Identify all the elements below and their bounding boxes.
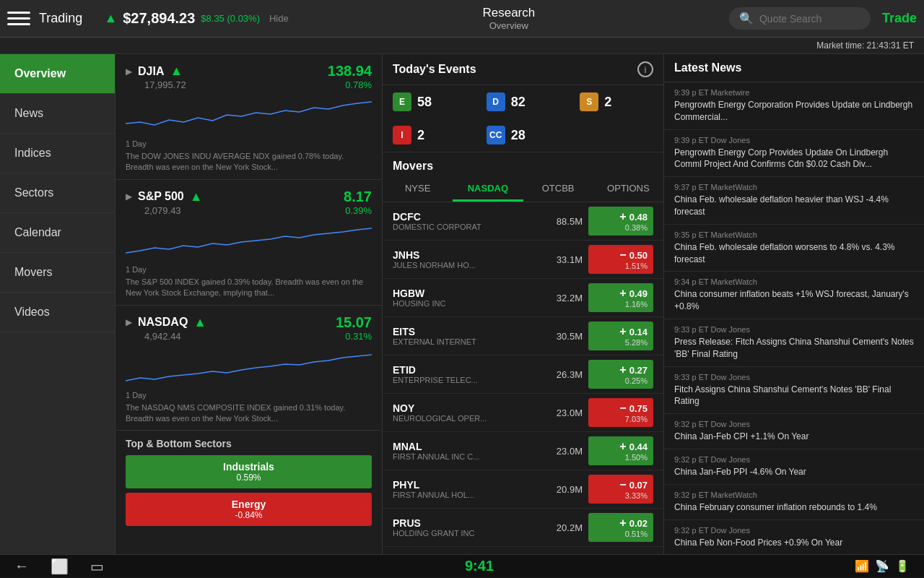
event-cell-d[interactable]: D 82 <box>476 85 570 118</box>
news-item-1[interactable]: 9:39 p ET Marketwire Pengrowth Energy Co… <box>664 82 924 130</box>
event-cell-e[interactable]: E 58 <box>383 85 476 118</box>
event-cell-empty <box>570 118 663 152</box>
search-input[interactable] <box>759 13 860 25</box>
back-button[interactable]: ← <box>14 558 29 575</box>
news-item-3[interactable]: 9:37 p ET MarketWatch China Feb. wholesa… <box>664 177 924 225</box>
news-meta-1: 9:39 p ET Marketwire <box>674 88 914 97</box>
mover-ticker-prus: PRUS <box>393 517 443 529</box>
mover-change-noy: −0.75 7.03% <box>588 398 653 427</box>
news-meta-11: 9:32 p ET Dow Jones <box>674 526 914 535</box>
sectors-section: Top & Bottom Sectors Industrials 0.59% E… <box>116 431 382 538</box>
sector-bar-industrials[interactable]: Industrials 0.59% <box>126 455 372 488</box>
index-desc-djia: The DOW JONES INDU AVERAGE NDX gained 0.… <box>126 151 372 173</box>
news-text-10: China February consumer inflation reboun… <box>674 501 914 514</box>
mover-info-phyl: PHYL FIRST ANNUAL HOL... <box>393 479 539 499</box>
mover-row-etid[interactable]: ETID ENTERPRISE TELEC... 26.3M +0.27 0.2… <box>383 355 663 394</box>
trade-button[interactable]: Trade <box>882 11 917 26</box>
tab-nyse[interactable]: NYSE <box>383 177 453 202</box>
index-change-val-nasdaq: 15.07 <box>336 314 372 331</box>
mover-row-prus[interactable]: PRUS HOLDING GRANT INC 20.2M +0.02 0.51% <box>383 509 663 547</box>
news-text-6: Press Release: Fitch Assigns China Shans… <box>674 336 914 361</box>
sidebar-item-news[interactable]: News <box>0 94 115 134</box>
event-cell-s[interactable]: S 2 <box>570 85 663 118</box>
news-meta-6: 9:33 p ET Dow Jones <box>674 325 914 334</box>
chart-label-nasdaq: 1 Day <box>126 391 372 400</box>
sector-bar-energy[interactable]: Energy -0.84% <box>126 493 372 526</box>
news-meta-4: 9:35 p ET MarketWatch <box>674 230 914 239</box>
index-header-sp500: ▶ S&P 500 ▲ 8.17 <box>126 189 372 205</box>
mover-vol-dcfc: 88.5M <box>539 216 583 227</box>
event-count-d: 82 <box>511 95 526 110</box>
sidebar-item-overview[interactable]: Overview <box>0 54 115 94</box>
sector-pct-energy: -0.84% <box>133 510 365 520</box>
mover-row-dcfc[interactable]: DCFC DOMESTIC CORPORAT 88.5M +0.48 0.38% <box>383 202 663 241</box>
news-text-1: Pengrowth Energy Corporation Provides Up… <box>674 99 914 124</box>
mover-change-etid: +0.27 0.25% <box>588 360 653 389</box>
index-trend-icon-nasdaq: ▲ <box>193 315 206 330</box>
sidebar-item-indices[interactable]: Indices <box>0 134 115 173</box>
mover-row-noy[interactable]: NOY NEUROLOGICAL OPER... 23.0M −0.75 7.0… <box>383 394 663 432</box>
hide-button[interactable]: Hide <box>269 13 289 24</box>
news-item-8[interactable]: 9:32 p ET Dow Jones China Jan-Feb CPI +1… <box>664 414 924 449</box>
news-item-7[interactable]: 9:33 p ET Dow Jones Fitch Assigns China … <box>664 367 924 415</box>
mover-row-eits[interactable]: EITS EXTERNAL INTERNET 30.5M +0.14 5.28% <box>383 317 663 355</box>
market-time: Market time: 21:43:31 ET <box>816 40 914 51</box>
app-title: Trading <box>39 11 82 26</box>
mover-vol-noy: 23.0M <box>539 407 583 418</box>
battery-icon: 🔋 <box>895 559 910 573</box>
tab-options[interactable]: OPTIONS <box>593 177 663 202</box>
event-cell-i[interactable]: I 2 <box>383 118 476 152</box>
news-item-5[interactable]: 9:34 p ET MarketWatch China consumer inf… <box>664 272 924 319</box>
mover-change-prus: +0.02 0.51% <box>588 513 653 542</box>
news-item-11[interactable]: 9:32 p ET Dow Jones China Feb Non-Food P… <box>664 520 924 554</box>
index-change-pct-nasdaq: 0.31% <box>345 331 372 342</box>
sidebar-item-sectors[interactable]: Sectors <box>0 173 115 213</box>
sidebar-item-calendar[interactable]: Calendar <box>0 213 115 253</box>
events-grid: E 58 D 82 S 2 I 2 CC 28 <box>383 85 663 152</box>
sp500-chart <box>126 220 372 264</box>
bottom-status: 📶 📡 🔋 <box>855 559 910 573</box>
news-item-6[interactable]: 9:33 p ET Dow Jones Press Release: Fitch… <box>664 319 924 367</box>
search-box[interactable]: 🔍 <box>729 7 871 30</box>
tab-nasdaq[interactable]: NASDAQ <box>453 177 523 202</box>
mover-row-phyl[interactable]: PHYL FIRST ANNUAL HOL... 20.9M −0.07 3.3… <box>383 470 663 509</box>
wifi-icon: 📶 <box>855 559 869 573</box>
mover-row-hgbw[interactable]: HGBW HOUSING INC 32.2M +0.49 1.16% <box>383 279 663 317</box>
top-center: Research Overview <box>289 6 729 31</box>
chart-label-sp500: 1 Day <box>126 265 372 274</box>
home-button[interactable]: ⬜ <box>51 558 69 575</box>
mover-change-eits: +0.14 5.28% <box>588 322 653 350</box>
news-item-2[interactable]: 9:39 p ET Dow Jones Pengrowth Energy Cor… <box>664 130 924 178</box>
news-item-9[interactable]: 9:32 p ET Dow Jones China Jan-Feb PPI -4… <box>664 449 924 485</box>
news-item-4[interactable]: 9:35 p ET MarketWatch China Feb. wholesa… <box>664 225 924 272</box>
sidebar-item-movers[interactable]: Movers <box>0 253 115 293</box>
index-desc-nasdaq: The NASDAQ NMS COMPOSITE INDEX gained 0.… <box>126 402 372 425</box>
mover-info-prus: PRUS HOLDING GRANT INC <box>393 517 539 538</box>
sidebar-item-videos[interactable]: Videos <box>0 293 115 332</box>
event-count-i: 2 <box>417 128 424 143</box>
mover-row-jnhs[interactable]: JNHS JULES NORHAM HO... 33.1M −0.50 1.51… <box>383 241 663 279</box>
index-trend-icon-sp500: ▲ <box>190 189 203 204</box>
news-item-10[interactable]: 9:32 p ET MarketWatch China February con… <box>664 485 924 520</box>
mover-change-mnal: +0.44 1.50% <box>588 436 653 465</box>
menu-button[interactable] <box>7 7 30 30</box>
main-layout: Overview News Indices Sectors Calendar M… <box>0 54 924 554</box>
index-arrow-icon-nasdaq: ▶ <box>126 317 132 327</box>
event-cell-cc[interactable]: CC 28 <box>476 118 570 152</box>
recent-button[interactable]: ▭ <box>90 558 104 575</box>
index-change-val: 138.94 <box>328 63 372 79</box>
index-price-sp500: 2,079.43 <box>144 205 181 216</box>
tab-otcbb[interactable]: OTCBB <box>523 177 593 202</box>
mover-info-eits: EITS EXTERNAL INTERNET <box>393 326 539 346</box>
index-header-nasdaq: ▶ NASDAQ ▲ 15.07 <box>126 314 372 331</box>
right-content: Latest News 9:39 p ET Marketwire Pengrow… <box>664 54 924 554</box>
mover-row-mnal[interactable]: MNAL FIRST ANNUAL INC C... 23.0M +0.44 1… <box>383 432 663 470</box>
news-meta-7: 9:33 p ET Dow Jones <box>674 373 914 381</box>
index-desc-sp500: The S&P 500 INDEX gained 0.39% today. Br… <box>126 277 372 299</box>
mover-name-hgbw: HOUSING INC <box>393 299 539 308</box>
latest-news-header: Latest News <box>664 54 924 82</box>
today-events-header: Today's Events i <box>383 54 663 85</box>
info-icon[interactable]: i <box>637 61 653 77</box>
movers-section: Movers NYSE NASDAQ OTCBB OPTIONS DCFC DO… <box>383 152 663 547</box>
mover-info-etid: ETID ENTERPRISE TELEC... <box>393 364 539 384</box>
